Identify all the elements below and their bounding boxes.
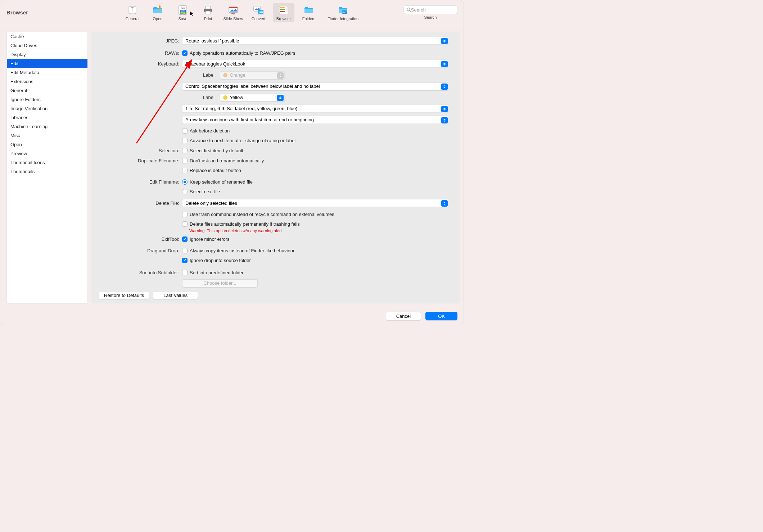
- color-dot-orange: [223, 73, 227, 77]
- chevron-updown-icon: [441, 200, 448, 207]
- sidebar-item-machine-learning[interactable]: Machine Learning: [7, 122, 87, 131]
- replace-checkbox[interactable]: [182, 168, 188, 173]
- svg-rect-10: [206, 6, 211, 9]
- svg-point-26: [407, 8, 410, 11]
- sort-subfolder-label: Sort into Subfolder:: [95, 270, 182, 275]
- chevron-updown-icon: [441, 61, 448, 67]
- edit-filename-label: Edit Filename:: [95, 179, 182, 185]
- toolbar-open[interactable]: Open: [147, 3, 168, 22]
- toolbar-folders[interactable]: Folders: [298, 3, 320, 22]
- svg-text:EXT: EXT: [342, 11, 347, 13]
- trash-checkbox[interactable]: [182, 212, 188, 217]
- rating-select[interactable]: 1-5: Set rating, 6-9: Set label (red, ye…: [182, 105, 449, 113]
- ask-before-checkbox[interactable]: [182, 128, 188, 134]
- delete-perm-checkbox[interactable]: [182, 221, 188, 227]
- sidebar-item-thumbnails[interactable]: Thumbnails: [7, 167, 87, 176]
- svg-point-13: [211, 9, 211, 10]
- advance-checkbox[interactable]: [182, 138, 188, 143]
- save-icon: TiFFJPGPNG: [177, 4, 189, 16]
- jpeg-label: JPEG:: [95, 38, 182, 44]
- chevron-updown-icon: [277, 95, 284, 101]
- dup-checkbox[interactable]: [182, 158, 188, 163]
- jpeg-select[interactable]: Rotate lossless if possible: [182, 37, 449, 45]
- keep-selection-radio[interactable]: [182, 179, 188, 185]
- cancel-button[interactable]: Cancel: [386, 312, 421, 320]
- toolbar-save[interactable]: TiFFJPGPNG Save: [172, 3, 194, 22]
- chevron-updown-icon: [441, 84, 448, 90]
- search-container: Search: [403, 5, 457, 19]
- preferences-window: Browser General Open TiFFJPGPNG Save Pri…: [0, 0, 464, 325]
- browser-icon: [278, 4, 289, 16]
- chevron-updown-icon: [277, 72, 284, 79]
- settings-panel: JPEG: Rotate lossless if possible RAWs: …: [91, 32, 460, 303]
- selection-checkbox[interactable]: [182, 148, 188, 153]
- toolbar-slideshow[interactable]: Slide Show: [222, 3, 244, 22]
- sidebar-item-edit-metadata[interactable]: Edit Metadata: [7, 68, 87, 77]
- toolbar: Browser General Open TiFFJPGPNG Save Pri…: [0, 0, 464, 25]
- restore-defaults-button[interactable]: Restore to Defaults: [99, 291, 149, 299]
- sidebar-item-open[interactable]: Open: [7, 140, 87, 149]
- toolbar-print[interactable]: Print: [197, 3, 219, 22]
- finder-ext-icon: EXT: [337, 4, 349, 16]
- last-values-button[interactable]: Last Values: [153, 291, 198, 299]
- toolbar-general[interactable]: General: [122, 3, 143, 22]
- chevron-updown-icon: [441, 38, 448, 44]
- label1-select[interactable]: Orange: [220, 71, 285, 79]
- sidebar-item-general[interactable]: General: [7, 86, 87, 95]
- toolbar-convert[interactable]: Convert: [248, 3, 269, 22]
- ok-button[interactable]: OK: [425, 312, 457, 320]
- sidebar-item-preview[interactable]: Preview: [7, 149, 87, 158]
- keyboard-select[interactable]: Spacebar toggles QuickLook: [182, 60, 449, 68]
- sidebar-item-edit[interactable]: Edit: [7, 59, 87, 68]
- footer: Cancel OK: [0, 307, 464, 325]
- sidebar-item-ignore-folders[interactable]: Ignore Folders: [7, 95, 87, 104]
- sidebar-item-thumbnail-icons[interactable]: Thumbnail Icons: [7, 158, 87, 167]
- sidebar-item-display[interactable]: Display: [7, 50, 87, 59]
- svg-rect-12: [206, 11, 211, 14]
- raws-checkbox[interactable]: ✓: [182, 50, 188, 56]
- exif-checkbox[interactable]: ✓: [182, 236, 188, 242]
- raws-cb-label: Apply operations automatically to RAW/JP…: [190, 50, 295, 56]
- chevron-updown-icon: [441, 117, 448, 123]
- slideshow-icon: [227, 4, 239, 16]
- warning-text: Warning: This option deletes w/o any war…: [189, 229, 449, 233]
- window-title: Browser: [6, 9, 122, 15]
- delete-file-select[interactable]: Delete only selected files: [182, 199, 449, 207]
- raws-label: RAWs:: [95, 50, 182, 56]
- toolbar-items: General Open TiFFJPGPNG Save Print Slide…: [122, 3, 363, 22]
- folder-open-icon: [152, 4, 163, 16]
- svg-rect-23: [286, 7, 288, 12]
- control-spacebar-select[interactable]: Control Spacebar toggles label between b…: [182, 82, 449, 90]
- sort-checkbox[interactable]: [182, 270, 188, 275]
- toolbar-browser[interactable]: Browser: [273, 3, 294, 22]
- arrow-keys-select[interactable]: Arrow keys continues with first or last …: [182, 116, 449, 124]
- dnd-copy-checkbox[interactable]: [182, 248, 188, 253]
- svg-rect-20: [280, 7, 285, 8]
- sidebar-item-libraries[interactable]: Libraries: [7, 113, 87, 122]
- select-next-radio[interactable]: [182, 189, 188, 194]
- search-icon: [407, 8, 411, 12]
- search-field[interactable]: [403, 5, 457, 14]
- sidebar-item-misc[interactable]: Misc: [7, 131, 87, 140]
- svg-rect-2: [131, 7, 134, 8]
- sidebar-item-cache[interactable]: Cache: [7, 32, 87, 41]
- svg-text:PNG: PNG: [181, 12, 185, 14]
- color-dot-yellow: [223, 95, 227, 100]
- selection-label: Selection:: [95, 148, 182, 153]
- label2-select[interactable]: Yellow: [220, 94, 285, 102]
- sidebar[interactable]: CacheCloud DrivesDisplayEditEdit Metadat…: [6, 32, 88, 303]
- search-input[interactable]: [411, 7, 454, 13]
- chevron-updown-icon: [441, 106, 448, 112]
- delete-file-label: Delete File:: [95, 200, 182, 206]
- switch-icon: [127, 4, 138, 16]
- svg-rect-3: [159, 6, 161, 9]
- sidebar-item-extensions[interactable]: Extensions: [7, 77, 87, 86]
- sidebar-item-cloud-drives[interactable]: Cloud Drives: [7, 41, 87, 50]
- toolbar-finder-integration[interactable]: EXT Finder Integration: [323, 3, 363, 22]
- printer-icon: [202, 4, 214, 16]
- keyboard-label: Keyboard:: [95, 61, 182, 67]
- sidebar-item-image-verification[interactable]: Image Verification: [7, 104, 87, 113]
- dnd-ignore-checkbox[interactable]: ✓: [182, 258, 188, 263]
- choose-folder-button[interactable]: Choose folder...: [182, 279, 258, 287]
- label1-label: Label:: [203, 72, 216, 78]
